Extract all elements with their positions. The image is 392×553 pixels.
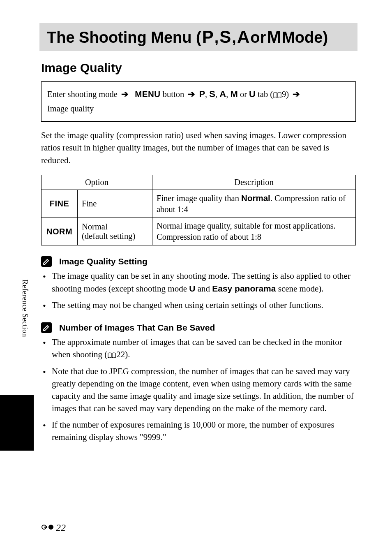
nav-tab-after: ) <box>286 90 291 99</box>
page-number-value: 22 <box>56 522 66 533</box>
arrow-icon: ➔ <box>121 89 129 99</box>
page-number: 22 <box>41 522 66 533</box>
nav-mode-s: S <box>209 89 215 99</box>
arrow-icon-2: ➔ <box>188 89 195 99</box>
menu-word: MENU <box>135 89 160 99</box>
side-tab <box>0 395 34 451</box>
nav-page-ref: 9 <box>282 90 286 99</box>
title-after: Mode) <box>282 29 328 47</box>
note2-list: The approximate number of images that ca… <box>41 336 356 444</box>
list-item: If the number of exposures remaining is … <box>41 419 356 444</box>
note-image-quality-setting: Image Quality Setting The image quality … <box>41 256 356 311</box>
fine-desc-before: Finer image quality than <box>157 194 241 203</box>
nav-button-text: button <box>163 90 187 99</box>
mode-s: S <box>219 27 231 47</box>
side-section-label: Reference Section <box>21 280 29 337</box>
sep-or: or <box>250 29 266 47</box>
nav-modes: P, S, A, M or U <box>199 90 258 99</box>
nav-mode-m: M <box>230 89 238 99</box>
arrow-icon-3: ➔ <box>293 89 300 99</box>
table-row: NORM Normal (default setting) Normal ima… <box>42 218 356 245</box>
note1-title: Image Quality Setting <box>59 257 148 266</box>
norm-name-2: (default setting) <box>82 231 135 241</box>
nav-tab-before: tab ( <box>258 90 273 99</box>
th-description: Description <box>152 175 356 190</box>
sep2: , <box>232 29 236 47</box>
opt-fine-name: Fine <box>78 190 152 218</box>
title-banner: The Shooting Menu ( P , S , A or M Mode) <box>39 23 357 51</box>
note2-title: Number of Images That Can Be Saved <box>59 323 215 333</box>
table-row: FINE Fine Finer image quality than Norma… <box>42 190 356 218</box>
page: The Shooting Menu ( P , S , A or M Mode)… <box>0 0 392 553</box>
opt-norm-desc: Normal image quality, suitable for most … <box>152 218 356 245</box>
opt-norm-icon: NORM <box>42 218 78 245</box>
norm-name-1: Normal <box>82 222 108 231</box>
nav-mode-p: P <box>199 89 205 99</box>
nav-box: Enter shooting mode ➔ MENU button ➔ P, S… <box>41 81 356 122</box>
list-item: The approximate number of images that ca… <box>41 336 356 362</box>
pencil-icon <box>41 322 52 333</box>
list-item: The setting may not be changed when usin… <box>41 299 356 312</box>
nav-mode-u: U <box>249 89 256 99</box>
mode-m: M <box>267 27 281 47</box>
th-option: Option <box>42 175 152 190</box>
pencil-icon <box>41 256 52 267</box>
sep1: , <box>214 29 219 47</box>
list-item: Note that due to JPEG compression, the n… <box>41 366 356 414</box>
page-ref-icon <box>41 522 55 533</box>
svg-point-1 <box>46 526 47 528</box>
fine-desc-bold: Normal <box>241 193 270 203</box>
nav-line2: Image quality <box>47 104 94 113</box>
options-table: Option Description FINE Fine Finer image… <box>41 175 356 245</box>
list-item: The image quality can be set in any shoo… <box>41 270 356 295</box>
body-paragraph: Set the image quality (compression ratio… <box>41 129 356 167</box>
section-heading: Image Quality <box>41 61 356 75</box>
note-head: Number of Images That Can Be Saved <box>41 322 356 333</box>
nav-enter: Enter shooting mode <box>47 90 120 99</box>
title-line: The Shooting Menu ( P , S , A or M Mode) <box>47 27 355 47</box>
opt-fine-icon: FINE <box>42 190 78 218</box>
opt-norm-name: Normal (default setting) <box>78 218 152 245</box>
book-icon <box>273 88 281 102</box>
mode-a: A <box>237 27 249 47</box>
title-before: The Shooting Menu ( <box>47 29 201 47</box>
svg-point-2 <box>48 525 53 530</box>
note-head: Image Quality Setting <box>41 256 356 267</box>
nav-mode-a: A <box>219 89 226 99</box>
opt-fine-desc: Finer image quality than Normal. Compres… <box>152 190 356 218</box>
mode-p: P <box>202 27 214 47</box>
note-number-of-images: Number of Images That Can Be Saved The a… <box>41 322 356 444</box>
table-header-row: Option Description <box>42 175 356 190</box>
note1-list: The image quality can be set in any shoo… <box>41 270 356 311</box>
